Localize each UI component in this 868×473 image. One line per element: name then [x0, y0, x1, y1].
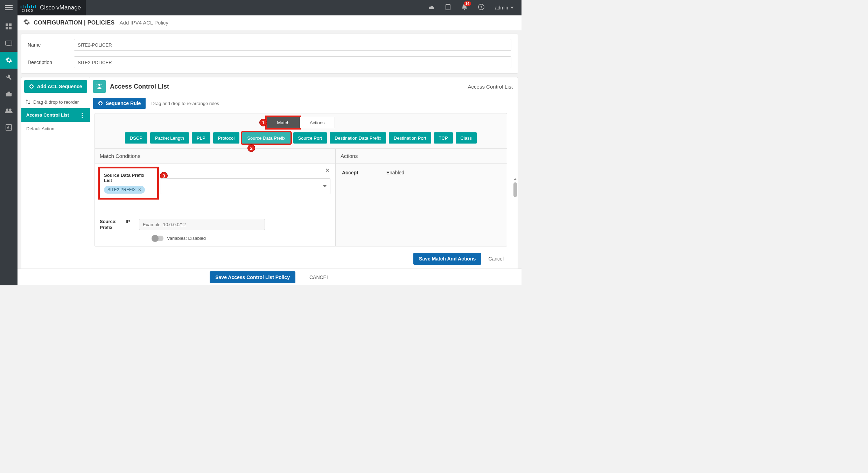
filter-source-data-prefix[interactable]: Source Data Prefix — [242, 132, 290, 144]
variables-toggle[interactable] — [152, 236, 163, 241]
description-input[interactable] — [74, 56, 511, 68]
notification-badge: 14 — [464, 1, 471, 6]
svg-text:?: ? — [480, 5, 482, 9]
save-match-and-actions-button[interactable]: Save Match And Actions — [413, 253, 481, 265]
filter-dscp[interactable]: DSCP — [125, 132, 147, 144]
nav-monitor[interactable] — [0, 35, 18, 52]
drag-reorder-hint: Drag & drop to reorder — [21, 96, 90, 108]
source-ip-input[interactable] — [139, 219, 265, 230]
nav-maintenance[interactable] — [0, 85, 18, 102]
hamburger-icon[interactable] — [0, 0, 18, 15]
gear-icon — [23, 19, 30, 27]
variables-toggle-label: Variables: Disabled — [167, 236, 206, 241]
save-policy-button[interactable]: Save Access Control List Policy — [210, 271, 295, 283]
svg-point-31 — [98, 84, 100, 86]
sidebar-item-default-action[interactable]: Default Action — [21, 122, 90, 135]
source-data-prefix-section: Source Data Prefix List SITE2-PREFIX ✕ 3 — [100, 168, 157, 198]
svg-rect-17 — [9, 23, 12, 26]
filter-packet-length[interactable]: Packet Length — [150, 132, 189, 144]
source-ip-label: IP — [126, 219, 134, 224]
svg-point-25 — [9, 109, 12, 111]
action-accept-label: Accept — [342, 170, 358, 175]
chevron-down-icon — [323, 185, 327, 187]
scroll-up-icon[interactable] — [513, 178, 517, 181]
bell-icon[interactable]: 14 — [461, 4, 468, 12]
nav-tools[interactable] — [0, 69, 18, 85]
seq-rule-label: Sequence Rule — [106, 100, 141, 106]
svg-rect-18 — [6, 27, 8, 29]
prefix-tag-chip[interactable]: SITE2-PREFIX ✕ — [104, 186, 145, 194]
svg-point-24 — [6, 109, 8, 111]
callout-1: 1 — [259, 119, 267, 126]
breadcrumb: CONFIGURATION | POLICIES Add IPV4 ACL Po… — [18, 15, 522, 30]
svg-rect-13 — [447, 4, 449, 5]
breadcrumb-main: CONFIGURATION | POLICIES — [34, 20, 115, 26]
action-enabled-value: Enabled — [386, 170, 404, 175]
close-icon[interactable]: ✕ — [325, 167, 330, 174]
help-icon[interactable]: ? — [478, 4, 484, 12]
svg-rect-19 — [9, 27, 12, 29]
add-seq-label: Add ACL Sequence — [37, 84, 82, 89]
svg-text:CISCO: CISCO — [22, 9, 34, 12]
cancel-footer-button[interactable]: CANCEL — [309, 274, 329, 280]
tab-actions[interactable]: Actions — [300, 117, 335, 128]
svg-rect-22 — [6, 93, 12, 96]
filter-tcp[interactable]: TCP — [434, 132, 453, 144]
nav-admin[interactable] — [0, 102, 18, 119]
remove-chip-icon[interactable]: ✕ — [138, 187, 141, 192]
svg-rect-1 — [5, 7, 13, 8]
filter-destination-port[interactable]: Destination Port — [389, 132, 431, 144]
filter-protocol[interactable]: Protocol — [213, 132, 240, 144]
nav-dashboard[interactable] — [0, 18, 18, 35]
svg-rect-2 — [5, 9, 13, 10]
brand-text: Cisco vManage — [40, 4, 81, 11]
cancel-button[interactable]: Cancel — [488, 256, 504, 262]
actions-header: Actions — [336, 149, 507, 164]
acl-icon — [93, 80, 106, 93]
acl-subtitle-right: Access Control List — [468, 84, 513, 90]
filter-destination-data-prefix[interactable]: Destination Data Prefix — [330, 132, 386, 144]
user-menu[interactable]: admin — [495, 5, 514, 11]
plus-icon — [98, 101, 103, 106]
svg-rect-0 — [5, 5, 13, 6]
name-input[interactable] — [74, 39, 511, 51]
more-icon[interactable]: ⋯ — [81, 112, 84, 118]
svg-rect-16 — [6, 23, 8, 26]
plus-icon — [29, 84, 34, 89]
svg-rect-20 — [6, 41, 12, 45]
breadcrumb-sub: Add IPV4 ACL Policy — [120, 20, 169, 26]
nav-configuration[interactable] — [0, 52, 18, 69]
add-acl-sequence-button[interactable]: Add ACL Sequence — [24, 80, 87, 93]
user-name: admin — [495, 5, 508, 11]
clipboard-icon[interactable] — [445, 4, 451, 12]
filter-plp[interactable]: PLP — [192, 132, 210, 144]
source-data-prefix-list-label: Source Data Prefix List — [104, 173, 153, 183]
callout-2: 2 — [247, 144, 255, 152]
acl-title: Access Control List — [110, 83, 169, 90]
description-label: Description — [28, 60, 74, 65]
sequence-rule-button[interactable]: Sequence Rule — [93, 98, 146, 109]
filter-class[interactable]: Class — [456, 132, 477, 144]
source-prefix-label: Source:Prefix — [100, 219, 121, 231]
match-conditions-header: Match Conditions — [95, 149, 335, 164]
reorder-icon — [26, 99, 30, 105]
filter-source-port[interactable]: Source Port — [293, 132, 327, 144]
brand-area: CISCO Cisco vManage — [18, 0, 86, 15]
prefix-select-dropdown[interactable] — [161, 178, 330, 194]
sidebar-item-acl[interactable]: Access Control List ⋯ — [21, 108, 90, 122]
chevron-down-icon — [510, 7, 514, 9]
seq-rule-hint: Drag and drop to re-arrange rules — [151, 101, 219, 106]
cloud-icon[interactable] — [428, 4, 435, 11]
svg-rect-23 — [7, 92, 10, 93]
cisco-logo-icon: CISCO — [20, 3, 37, 12]
scrollbar[interactable] — [513, 182, 517, 269]
sidebar-item-label: Access Control List — [26, 112, 69, 118]
name-label: Name — [28, 42, 74, 48]
nav-stats[interactable] — [0, 119, 18, 136]
tab-match[interactable]: Match — [267, 117, 299, 128]
svg-rect-12 — [446, 5, 450, 10]
